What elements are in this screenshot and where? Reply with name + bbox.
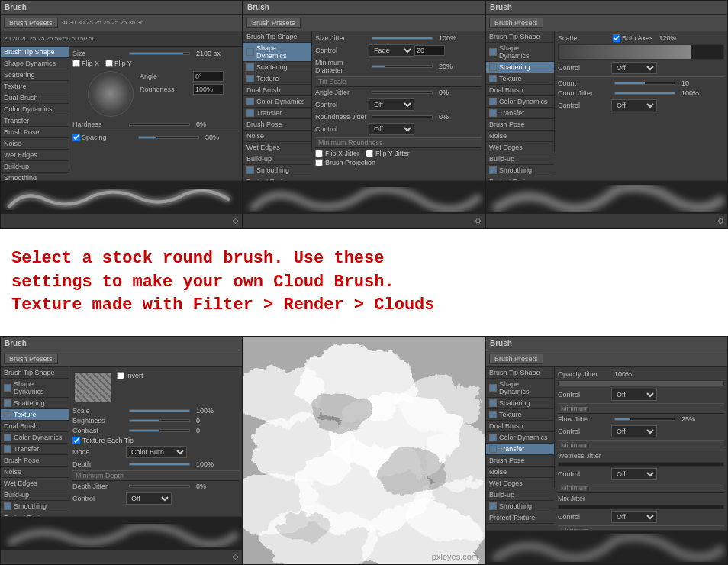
brightness-slider[interactable]: [129, 419, 190, 422]
flip-x-j-cb[interactable]: [315, 150, 323, 157]
spacing-slider[interactable]: [138, 136, 199, 139]
p2-cb-color[interactable]: [246, 98, 254, 105]
p4-si-tex[interactable]: Texture: [1, 409, 69, 421]
mode-select[interactable]: Color Burn: [126, 446, 187, 458]
control-select-2[interactable]: Off: [369, 98, 414, 111]
p4-si-color[interactable]: Color Dynamics: [1, 432, 69, 444]
p3-si-brush-tip[interactable]: Brush Tip Shape: [486, 31, 554, 43]
p2-si-transfer[interactable]: Transfer: [243, 108, 311, 119]
size-slider[interactable]: [129, 52, 190, 55]
p3-si-color[interactable]: Color Dynamics: [486, 96, 554, 108]
p4-si-pose[interactable]: Brush Pose: [1, 455, 69, 467]
control-select-3[interactable]: Off: [369, 123, 414, 135]
md-slider[interactable]: [372, 65, 433, 68]
p2-cb-shape[interactable]: [246, 48, 254, 56]
p3-si-transfer[interactable]: Transfer: [486, 108, 554, 119]
p3-cb-shape[interactable]: [489, 48, 497, 56]
p6-si-scatter[interactable]: Scattering: [486, 398, 554, 409]
p3-cb-color[interactable]: [489, 98, 497, 105]
p4-si-build[interactable]: Build-up: [1, 489, 69, 501]
sidebar-item-brush-tip[interactable]: Brush Tip Shape: [1, 47, 69, 58]
p3-si-build[interactable]: Build-up: [486, 153, 554, 165]
p6-si-smooth[interactable]: Smoothing: [486, 501, 554, 512]
scale-slider[interactable]: [129, 409, 190, 412]
roundness-input[interactable]: [193, 84, 224, 95]
p3-si-tex[interactable]: Texture: [486, 73, 554, 85]
p3-cb-scatter[interactable]: [489, 63, 497, 71]
p2-cb-smooth[interactable]: [246, 166, 254, 174]
sidebar-item-brush-pose[interactable]: Brush Pose: [1, 127, 69, 138]
tex-each-tip-cb[interactable]: [72, 437, 80, 444]
wj-track[interactable]: [558, 462, 724, 467]
p6-cb-smooth[interactable]: [489, 502, 497, 510]
contrast-slider[interactable]: [129, 429, 190, 432]
fj-slider[interactable]: [614, 418, 675, 421]
p2-si-wet[interactable]: Wet Edges: [243, 142, 311, 153]
scatter-slider-track[interactable]: [558, 44, 724, 60]
p6-si-transfer[interactable]: Transfer: [486, 444, 554, 455]
sidebar-item-color-dyn[interactable]: Color Dynamics: [1, 104, 69, 115]
dj-slider[interactable]: [129, 485, 190, 488]
sidebar-item-noise[interactable]: Noise: [1, 138, 69, 150]
sidebar-item-shape-dyn[interactable]: Shape Dynamics: [1, 58, 69, 69]
p2-cb-scatter[interactable]: [246, 63, 254, 71]
p6-si-tex[interactable]: Texture: [486, 409, 554, 421]
p3-cb-smooth[interactable]: [489, 166, 497, 174]
p3-si-noise[interactable]: Noise: [486, 131, 554, 142]
p6-cb-color[interactable]: [489, 434, 497, 441]
mj-track[interactable]: [558, 505, 724, 509]
p6-si-wet[interactable]: Wet Edges: [486, 478, 554, 489]
p6-cb-scatter[interactable]: [489, 399, 497, 407]
panel-menu-icon-4[interactable]: ⚙: [232, 553, 239, 561]
sidebar-item-transfer[interactable]: Transfer: [1, 115, 69, 127]
sidebar-item-dual-brush[interactable]: Dual Brush: [1, 92, 69, 104]
flip-y-cb[interactable]: [105, 60, 113, 67]
p2-si-noise[interactable]: Noise: [243, 131, 311, 142]
count-control-select[interactable]: Off: [611, 99, 657, 111]
p3-si-wet[interactable]: Wet Edges: [486, 142, 554, 153]
p3-si-scatter[interactable]: Scattering: [486, 62, 554, 73]
p6-si-pose[interactable]: Brush Pose: [486, 455, 554, 467]
both-axes-cb[interactable]: [613, 34, 620, 42]
tex-control-select[interactable]: Off: [126, 492, 172, 505]
p6-cb-shape[interactable]: [489, 384, 497, 392]
mj-control-select[interactable]: Off: [611, 511, 657, 523]
p2-si-color[interactable]: Color Dynamics: [243, 96, 311, 108]
p2-si-dual[interactable]: Dual Brush: [243, 85, 311, 96]
brush-presets-btn-3[interactable]: Brush Presets: [489, 18, 543, 28]
p4-cb-scatter[interactable]: [4, 399, 11, 407]
p2-si-tex[interactable]: Texture: [243, 73, 311, 85]
p2-si-build[interactable]: Build-up: [243, 153, 311, 165]
flip-y-j-cb[interactable]: [366, 150, 373, 157]
p6-cb-transfer[interactable]: [489, 445, 497, 453]
p6-si-build[interactable]: Build-up: [486, 489, 554, 501]
p4-si-scatter[interactable]: Scattering: [1, 398, 69, 409]
brush-presets-btn-4[interactable]: Brush Presets: [4, 354, 58, 364]
count-slider[interactable]: [614, 82, 675, 85]
p2-si-shape-dyn[interactable]: Shape Dynamics: [243, 43, 311, 62]
scatter-control-select[interactable]: Off: [611, 62, 657, 74]
p2-cb-transfer[interactable]: [246, 109, 254, 117]
brush-presets-btn-6[interactable]: Brush Presets: [489, 354, 543, 364]
fj-control-select[interactable]: Off: [611, 425, 657, 437]
p4-si-smooth[interactable]: Smoothing: [1, 501, 69, 512]
p3-si-shape-dyn[interactable]: Shape Dynamics: [486, 43, 554, 62]
panel-menu-icon-2[interactable]: ⚙: [475, 217, 482, 225]
p4-si-noise[interactable]: Noise: [1, 467, 69, 478]
p4-si-wet[interactable]: Wet Edges: [1, 478, 69, 489]
p4-cb-tex[interactable]: [4, 411, 11, 418]
p3-si-pose[interactable]: Brush Pose: [486, 119, 554, 131]
p4-si-brush-tip[interactable]: Brush Tip Shape: [1, 367, 69, 379]
p3-si-dual[interactable]: Dual Brush: [486, 85, 554, 96]
flip-x-cb[interactable]: [72, 60, 80, 67]
rj-slider[interactable]: [372, 115, 433, 118]
p6-si-shape-dyn[interactable]: Shape Dynamics: [486, 379, 554, 398]
p6-si-noise[interactable]: Noise: [486, 467, 554, 478]
p4-si-shape-dyn[interactable]: Shape Dynamics: [1, 379, 69, 398]
p3-si-smooth[interactable]: Smoothing: [486, 165, 554, 176]
angle-input[interactable]: [193, 71, 224, 82]
p6-si-color[interactable]: Color Dynamics: [486, 432, 554, 444]
brush-presets-btn-1[interactable]: Brush Presets: [4, 18, 58, 28]
p4-cb-shape[interactable]: [4, 384, 11, 392]
sidebar-item-wet-edges[interactable]: Wet Edges: [1, 150, 69, 161]
